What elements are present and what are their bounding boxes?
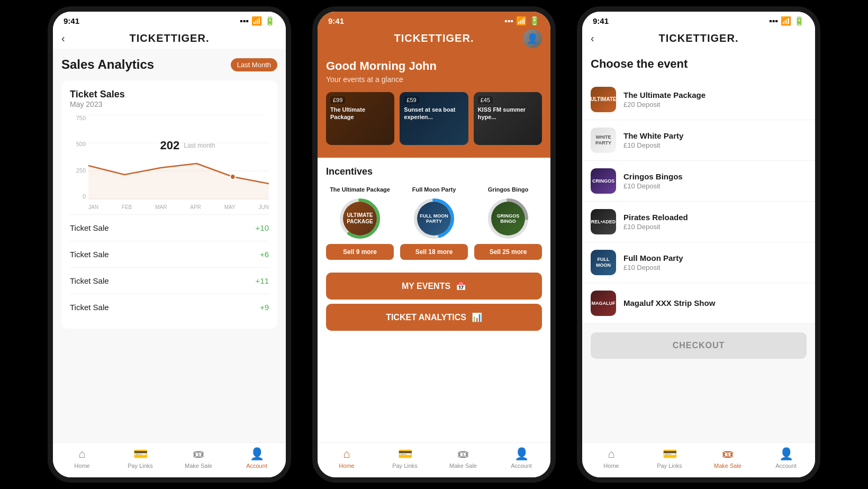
ticket-sale-row-1[interactable]: Ticket Sale +10 — [70, 214, 269, 241]
status-bar-2: 9:41 ▪▪▪ 📶 🔋 — [318, 12, 550, 28]
home-icon-3: ⌂ — [608, 447, 614, 461]
sale-name-4: Ticket Sale — [70, 303, 109, 312]
ticket-sale-row-4[interactable]: Ticket Sale +9 — [70, 294, 269, 320]
calendar-icon: 📅 — [456, 281, 466, 291]
wifi-icon-3: 📶 — [781, 16, 791, 26]
battery-icon: 🔋 — [265, 16, 275, 26]
makesale-icon-1: 🎟 — [193, 447, 204, 461]
signal-icon-3: ▪▪▪ — [769, 16, 778, 26]
thumb-3: CRINGOS — [591, 168, 616, 194]
sale-delta-1: +10 — [256, 223, 269, 232]
back-button-1[interactable]: ‹ — [61, 32, 65, 44]
paylinks-label-2: Pay Links — [392, 463, 418, 469]
incentives-title: Incentives — [326, 166, 542, 177]
nav-account-2[interactable]: 👤 Account — [492, 447, 550, 469]
incentives-grid: The Ultimate Package ULTIMATE PACKAGE Se… — [326, 186, 542, 260]
nav-account-1[interactable]: 👤 Account — [228, 447, 286, 469]
screen3-content: Choose the event ULTIMATE The Ultimate P… — [582, 49, 815, 442]
incentive-label-3: Gringos Bingo — [488, 186, 528, 193]
event-card-2[interactable]: £59 Sunset at sea boat experien... — [400, 92, 468, 145]
avatar-2[interactable]: 👤 — [523, 29, 542, 48]
logo-1: TICKETTIGER. — [130, 32, 210, 44]
analytics-title: Sales Analytics — [61, 57, 154, 72]
sale-delta-2: +6 — [260, 250, 269, 259]
screen1-content: Sales Analytics Last Month Ticket Sales … — [53, 49, 286, 442]
ticket-sale-row-2[interactable]: Ticket Sale +6 — [70, 241, 269, 267]
header-1: ‹ TICKETTIGER. — [53, 28, 286, 49]
my-events-button[interactable]: MY EVENTS 📅 — [326, 273, 542, 300]
hero-banner: Good Morning John Your events at a glanc… — [318, 49, 550, 158]
event-item-deposit-5: £10 Deposit — [623, 264, 807, 271]
event-item-deposit-3: £10 Deposit — [623, 182, 807, 190]
event-item-2[interactable]: WHITE PARTY The White Party £10 Deposit — [582, 120, 815, 161]
y-label-250: 250 — [70, 167, 86, 174]
sell-btn-3[interactable]: Sell 25 more — [474, 244, 542, 260]
nav-makesale-3[interactable]: 🎟 Make Sale — [699, 447, 757, 469]
card-name-3: KISS FM summer hype... — [478, 106, 538, 121]
event-item-name-4: Pirates Reloaded — [623, 213, 807, 222]
incentive-1: The Ultimate Package ULTIMATE PACKAGE Se… — [326, 186, 394, 260]
event-card-3[interactable]: £45 KISS FM summer hype... — [474, 92, 542, 145]
header-3: ‹ TICKETTIGER. — [582, 28, 815, 49]
nav-makesale-2[interactable]: 🎟 Make Sale — [434, 447, 492, 469]
nav-paylinks-2[interactable]: 💳 Pay Links — [376, 447, 434, 469]
chart-y-labels: 750 500 250 0 — [70, 115, 86, 200]
incentive-ring-3: GRINGOS BINGO — [487, 197, 529, 240]
back-button-3[interactable]: ‹ — [591, 32, 594, 44]
logo-2: TICKETTIGER. — [394, 32, 474, 44]
paylinks-label-1: Pay Links — [128, 463, 153, 469]
sell-btn-1[interactable]: Sell 9 more — [326, 244, 394, 260]
home-icon-1: ⌂ — [78, 447, 85, 461]
chart-svg — [88, 115, 269, 200]
sell-btn-2[interactable]: Sell 18 more — [400, 244, 468, 260]
nav-home-2[interactable]: ⌂ Home — [318, 447, 376, 469]
nav-account-3[interactable]: 👤 Account — [757, 447, 815, 469]
nav-paylinks-1[interactable]: 💳 Pay Links — [111, 447, 169, 469]
card-overlay-3: £45 KISS FM summer hype... — [474, 92, 542, 145]
x-apr: APR — [190, 204, 201, 210]
ticket-analytics-label: TICKET ANALYTICS — [386, 313, 466, 322]
account-label-2: Account — [511, 463, 532, 469]
event-info-6: Magaluf XXX Strip Show — [623, 298, 807, 309]
event-item-3[interactable]: CRINGOS Cringos Bingos £10 Deposit — [582, 161, 815, 202]
sale-delta-4: +9 — [260, 303, 269, 312]
paylinks-label-3: Pay Links — [657, 463, 682, 469]
nav-makesale-1[interactable]: 🎟 Make Sale — [169, 447, 228, 469]
card-name-1: The Ultimate Package — [330, 106, 390, 121]
ring-inner-1: ULTIMATE PACKAGE — [343, 202, 377, 236]
event-info-2: The White Party £10 Deposit — [623, 131, 807, 149]
header-2: TICKETTIGER. 👤 — [318, 28, 550, 49]
event-item-name-5: Full Moon Party — [623, 253, 807, 262]
battery-icon-3: 🔋 — [794, 16, 804, 26]
nav-home-1[interactable]: ⌂ Home — [53, 447, 111, 469]
battery-icon-2: 🔋 — [529, 16, 540, 26]
card-price-3: £45 — [478, 96, 493, 104]
incentive-3: Gringos Bingo GRINGOS BINGO Sell 25 more — [474, 186, 542, 260]
event-item-1[interactable]: ULTIMATE The Ultimate Package £20 Deposi… — [582, 79, 815, 120]
nav-paylinks-3[interactable]: 💳 Pay Links — [640, 447, 699, 469]
account-icon-2: 👤 — [514, 447, 529, 461]
checkout-button[interactable]: CHECKOUT — [591, 332, 807, 359]
makesale-icon-3: 🎟 — [722, 447, 734, 461]
tooltip-label: Last month — [184, 142, 215, 149]
status-time-3: 9:41 — [593, 16, 609, 25]
nav-home-3[interactable]: ⌂ Home — [582, 447, 640, 469]
thumb-2: WHITE PARTY — [591, 128, 616, 153]
analytics-header: Sales Analytics Last Month — [61, 57, 277, 72]
event-item-6[interactable]: MAGALUF Magaluf XXX Strip Show — [582, 283, 815, 324]
event-card-1[interactable]: £99 The Ultimate Package — [326, 92, 394, 145]
ticket-sale-row-3[interactable]: Ticket Sale +11 — [70, 267, 269, 294]
home-label-2: Home — [339, 463, 354, 469]
sale-name-1: Ticket Sale — [70, 223, 109, 232]
x-mar: MAR — [155, 204, 167, 210]
event-item-5[interactable]: FULL MOON Full Moon Party £10 Deposit — [582, 242, 815, 283]
greeting-subtitle: Your events at a glance — [326, 75, 542, 84]
ticket-analytics-button[interactable]: TICKET ANALYTICS 📊 — [326, 304, 542, 331]
my-events-label: MY EVENTS — [402, 282, 450, 291]
last-month-badge[interactable]: Last Month — [231, 58, 277, 71]
incentives-section: Incentives The Ultimate Package ULTIMATE… — [318, 158, 550, 268]
sale-name-2: Ticket Sale — [70, 250, 109, 259]
event-info-5: Full Moon Party £10 Deposit — [623, 253, 807, 271]
event-item-4[interactable]: REL•ADED Pirates Reloaded £10 Deposit — [582, 202, 815, 242]
status-bar-1: 9:41 ▪▪▪ 📶 🔋 — [53, 12, 286, 28]
